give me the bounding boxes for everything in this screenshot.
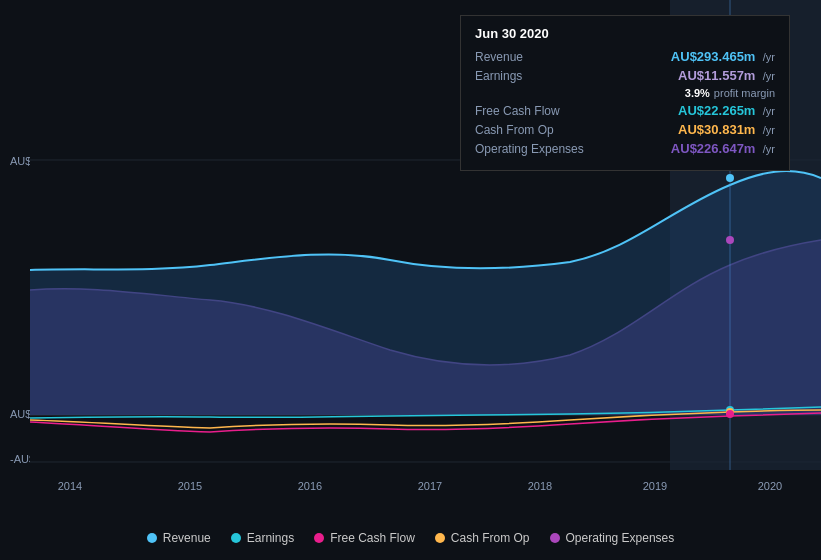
cfo-dot	[435, 533, 445, 543]
revenue-suffix: /yr	[763, 51, 775, 63]
cfo-label: Cash From Op	[475, 123, 595, 137]
svg-text:2014: 2014	[58, 480, 82, 492]
profit-margin-row: 3.9% profit margin	[475, 87, 775, 99]
profit-margin-label: profit margin	[714, 87, 775, 99]
opex-dot	[550, 533, 560, 543]
revenue-row: Revenue AU$293.465m /yr	[475, 49, 775, 64]
earnings-row: Earnings AU$11.557m /yr	[475, 68, 775, 83]
svg-point-6	[726, 174, 734, 182]
svg-text:2020: 2020	[758, 480, 782, 492]
earnings-value: AU$11.557m	[678, 68, 755, 83]
fcf-label: Free Cash Flow	[475, 104, 595, 118]
legend-earnings-label: Earnings	[247, 531, 294, 545]
legend-earnings[interactable]: Earnings	[231, 531, 294, 545]
fcf-value: AU$22.265m	[678, 103, 755, 118]
legend-opex-label: Operating Expenses	[566, 531, 675, 545]
tooltip-panel: Jun 30 2020 Revenue AU$293.465m /yr Earn…	[460, 15, 790, 171]
opex-suffix: /yr	[763, 143, 775, 155]
legend-fcf[interactable]: Free Cash Flow	[314, 531, 415, 545]
legend-cfo[interactable]: Cash From Op	[435, 531, 530, 545]
fcf-dot	[314, 533, 324, 543]
cfo-value: AU$30.831m	[678, 122, 755, 137]
legend-fcf-label: Free Cash Flow	[330, 531, 415, 545]
svg-text:2016: 2016	[298, 480, 322, 492]
svg-text:2015: 2015	[178, 480, 202, 492]
legend-opex[interactable]: Operating Expenses	[550, 531, 675, 545]
revenue-dot	[147, 533, 157, 543]
legend-revenue-label: Revenue	[163, 531, 211, 545]
legend-revenue[interactable]: Revenue	[147, 531, 211, 545]
tooltip-date: Jun 30 2020	[475, 26, 775, 41]
cfo-row: Cash From Op AU$30.831m /yr	[475, 122, 775, 137]
chart-container: Jun 30 2020 Revenue AU$293.465m /yr Earn…	[0, 0, 821, 560]
revenue-label: Revenue	[475, 50, 595, 64]
svg-text:2018: 2018	[528, 480, 552, 492]
cfo-suffix: /yr	[763, 124, 775, 136]
fcf-row: Free Cash Flow AU$22.265m /yr	[475, 103, 775, 118]
revenue-value: AU$293.465m	[671, 49, 756, 64]
opex-value: AU$226.647m	[671, 141, 756, 156]
opex-row: Operating Expenses AU$226.647m /yr	[475, 141, 775, 156]
svg-text:2017: 2017	[418, 480, 442, 492]
svg-point-7	[726, 236, 734, 244]
opex-label: Operating Expenses	[475, 142, 595, 156]
svg-point-10	[726, 410, 734, 418]
legend-cfo-label: Cash From Op	[451, 531, 530, 545]
earnings-dot	[231, 533, 241, 543]
fcf-suffix: /yr	[763, 105, 775, 117]
earnings-label: Earnings	[475, 69, 595, 83]
legend: Revenue Earnings Free Cash Flow Cash Fro…	[0, 531, 821, 545]
earnings-suffix: /yr	[763, 70, 775, 82]
profit-margin-value: 3.9%	[685, 87, 710, 99]
svg-text:2019: 2019	[643, 480, 667, 492]
